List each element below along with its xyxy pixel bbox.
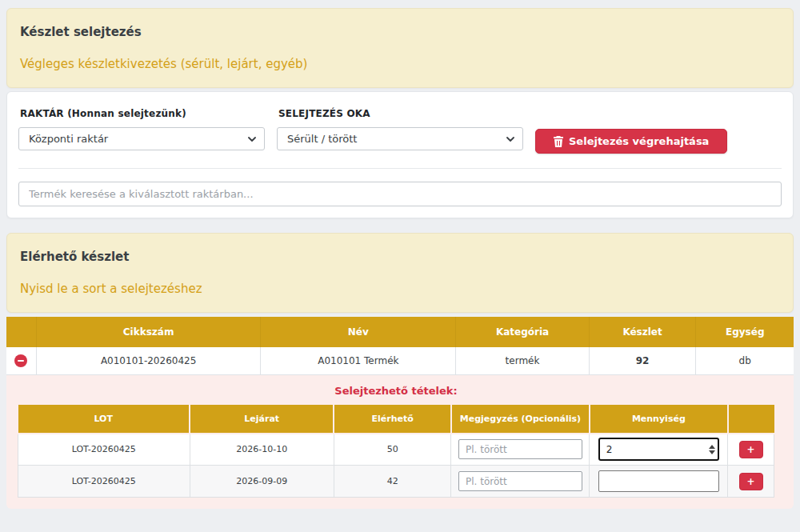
stock-header-kategoria: Kategória <box>456 317 589 347</box>
reason-label: SELEJTEZÉS OKA <box>278 108 523 119</box>
note-input[interactable] <box>458 439 582 459</box>
quantity-stepper[interactable] <box>709 445 715 454</box>
scrap-header-card: Készlet selejtezés Végleges készletkivez… <box>6 8 794 88</box>
stock-table-wrap: Cikkszám Név Kategória Készlet Egység A0… <box>6 317 794 509</box>
stock-row: A010101-20260425 A010101 Termék termék 9… <box>6 347 794 374</box>
stock-header-nev: Név <box>261 317 456 347</box>
stepper-up-icon[interactable] <box>709 445 715 449</box>
stock-row-nev: A010101 Termék <box>261 347 456 374</box>
warehouse-select[interactable]: Központi raktár <box>18 127 265 150</box>
lot-row-lot: LOT-20260425 <box>18 466 190 498</box>
lot-row: LOT-20260425 2026-09-09 42 + <box>18 466 774 498</box>
lot-row-lejarat: 2026-09-09 <box>190 466 334 498</box>
reason-selected-value: Sérült / törött <box>287 133 357 145</box>
lot-row-elerheto: 50 <box>334 434 450 466</box>
product-search-input[interactable] <box>18 182 782 206</box>
stock-title: Elérhető készlet <box>20 250 780 264</box>
quantity-input[interactable] <box>598 470 719 492</box>
reason-select[interactable]: Sérült / törött <box>277 127 523 150</box>
page-subtitle: Végleges készletkivezetés (sérült, lejár… <box>20 57 780 71</box>
form-divider <box>18 168 782 169</box>
quantity-input[interactable] <box>598 438 719 461</box>
collapse-row-icon[interactable] <box>14 354 27 367</box>
lot-table: LOT Lejárat Elérhető Megjegyzés (Opcioná… <box>18 405 774 498</box>
stock-row-cikkszam: A010101-20260425 <box>36 347 260 374</box>
lot-header-actions <box>728 405 774 434</box>
chevron-down-icon <box>248 135 256 143</box>
stock-subtitle: Nyisd le a sort a selejtezéshez <box>20 282 780 296</box>
lot-row: LOT-20260425 2026-10-10 50 <box>18 434 774 466</box>
stock-header-keszlet: Készlet <box>589 317 696 347</box>
lot-header-megjegyzes: Megjegyzés (Opcionális) <box>451 405 590 434</box>
stock-row-kategoria: termék <box>456 347 589 374</box>
detail-title: Selejtezhető tételek: <box>18 385 774 397</box>
page-title: Készlet selejtezés <box>20 25 780 39</box>
stock-header-icon-cell <box>6 317 36 347</box>
stock-header-cikkszam: Cikkszám <box>36 317 260 347</box>
stock-table: Cikkszám Név Kategória Készlet Egység A0… <box>6 317 794 375</box>
lot-row-lejarat: 2026-10-10 <box>190 434 334 466</box>
lot-header-lejarat: Lejárat <box>190 405 334 434</box>
note-input[interactable] <box>458 471 582 491</box>
lot-row-lot: LOT-20260425 <box>18 434 190 466</box>
expanded-detail-section: Selejtezhető tételek: LOT Lejárat Elérhe… <box>6 375 794 510</box>
stock-table-header-row: Cikkszám Név Kategória Készlet Egység <box>6 317 794 347</box>
add-lot-button[interactable]: + <box>739 473 763 490</box>
warehouse-selected-value: Központi raktár <box>29 133 108 145</box>
lot-table-header-row: LOT Lejárat Elérhető Megjegyzés (Opcioná… <box>18 405 774 434</box>
warehouse-label: RAKTÁR (Honnan selejtezünk) <box>20 108 265 119</box>
execute-scrap-button[interactable]: Selejtezés végrehajtása <box>535 129 727 154</box>
stepper-down-icon[interactable] <box>709 450 715 454</box>
trash-icon <box>554 136 563 147</box>
add-lot-button[interactable]: + <box>739 441 763 458</box>
lot-header-elerheto: Elérhető <box>334 405 450 434</box>
execute-scrap-button-label: Selejtezés végrehajtása <box>569 135 709 147</box>
stock-header-egyseg: Egység <box>696 317 794 347</box>
stock-header-card: Elérhető készlet Nyisd le a sort a selej… <box>6 233 794 313</box>
stock-row-egyseg: db <box>696 347 794 374</box>
scrap-form-card: RAKTÁR (Honnan selejtezünk) Központi rak… <box>6 91 794 218</box>
lot-header-lot: LOT <box>18 405 190 434</box>
lot-row-elerheto: 42 <box>334 466 450 498</box>
chevron-down-icon <box>506 135 514 143</box>
stock-row-keszlet: 92 <box>589 347 696 374</box>
lot-header-mennyiseg: Mennyiség <box>590 405 728 434</box>
